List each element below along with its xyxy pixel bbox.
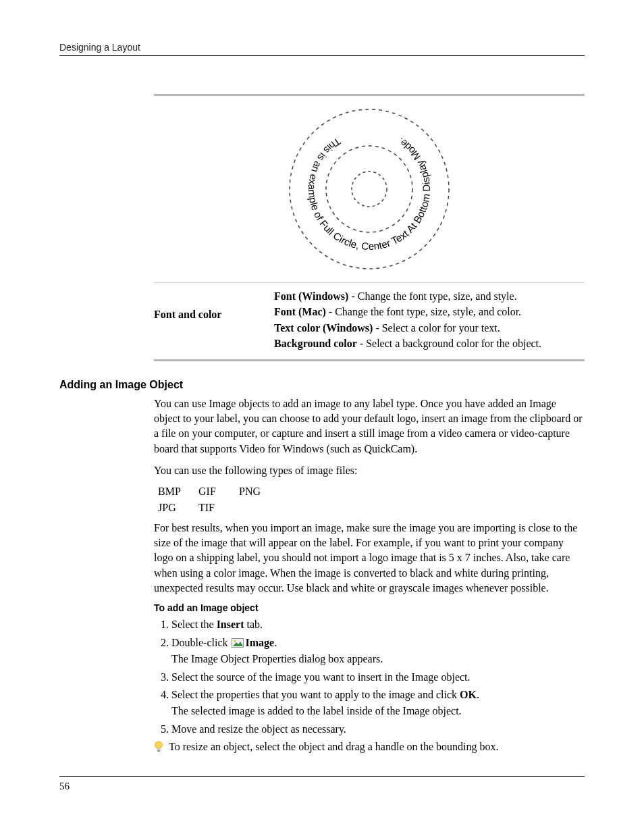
file-types-table: BMP GIF PNG JPG TIF bbox=[158, 486, 585, 514]
step-4-prefix: Select the properties that you want to a… bbox=[171, 689, 460, 700]
step-1-suffix: tab. bbox=[244, 619, 263, 630]
svg-rect-6 bbox=[157, 749, 161, 750]
intro-paragraph-1: You can use Image objects to add an imag… bbox=[154, 396, 585, 457]
font-windows-term: Font (Windows) bbox=[274, 290, 348, 302]
steps-list: Select the Insert tab. Double-click Imag… bbox=[154, 617, 585, 737]
step-4-suffix: . bbox=[477, 689, 479, 700]
background-color-item: Background color - Select a background c… bbox=[274, 336, 585, 351]
font-mac-term: Font (Mac) bbox=[274, 306, 326, 317]
font-windows-item: Font (Windows) - Change the font type, s… bbox=[274, 289, 585, 304]
step-1-bold: Insert bbox=[217, 619, 244, 630]
text-color-windows-desc: - Select a color for your text. bbox=[373, 322, 500, 334]
section-content: You can use Image objects to add an imag… bbox=[154, 396, 585, 754]
tip-row: To resize an object, select the object a… bbox=[154, 741, 585, 753]
font-windows-desc: - Change the font type, size, and style. bbox=[348, 290, 516, 302]
circular-text: This is an example of Full Circle, Cente… bbox=[306, 136, 432, 252]
background-color-desc: - Select a background color for the obje… bbox=[357, 338, 541, 349]
svg-point-5 bbox=[234, 640, 236, 643]
step-2: Double-click Image. The Image Object Pro… bbox=[171, 635, 585, 667]
file-type-tif: TIF bbox=[198, 502, 239, 514]
font-and-color-label: Font and color bbox=[154, 288, 262, 353]
file-type-jpg: JPG bbox=[158, 502, 198, 514]
svg-text:This is an example of Full Cir: This is an example of Full Circle, Cente… bbox=[306, 136, 432, 252]
step-4-bold: OK bbox=[460, 689, 477, 700]
step-2-suffix: . bbox=[274, 637, 277, 648]
page-number-value: 56 bbox=[59, 781, 70, 791]
text-color-windows-term: Text color (Windows) bbox=[274, 322, 373, 334]
step-1-prefix: Select the bbox=[171, 619, 217, 630]
svg-point-2 bbox=[352, 172, 387, 207]
step-4: Select the properties that you want to a… bbox=[171, 687, 585, 719]
file-type-bmp: BMP bbox=[158, 486, 198, 498]
tip-text: To resize an object, select the object a… bbox=[169, 741, 499, 753]
file-type-gif: GIF bbox=[198, 486, 239, 498]
intro-paragraph-2: You can use the following types of image… bbox=[154, 463, 585, 478]
step-3: Select the source of the image you want … bbox=[171, 670, 585, 685]
file-type-png: PNG bbox=[239, 486, 279, 498]
font-and-color-content: Font (Windows) - Change the font type, s… bbox=[274, 288, 585, 353]
circular-text-figure: This is an example of Full Circle, Cente… bbox=[154, 94, 585, 283]
step-2-bold: Image bbox=[246, 637, 275, 648]
background-color-term: Background color bbox=[274, 338, 357, 349]
font-mac-desc: - Change the font type, size, style, and… bbox=[326, 306, 521, 317]
best-results-paragraph: For best results, when you import an ima… bbox=[154, 521, 585, 596]
page-header: Designing a Layout bbox=[59, 42, 585, 56]
header-title: Designing a Layout bbox=[59, 42, 140, 53]
font-and-color-row: Font and color Font (Windows) - Change t… bbox=[154, 283, 585, 361]
step-1: Select the Insert tab. bbox=[171, 617, 585, 632]
step-4-sub: The selected image is added to the label… bbox=[171, 704, 585, 719]
page-number: 56 bbox=[59, 776, 585, 792]
lightbulb-icon bbox=[154, 741, 163, 753]
content-block: This is an example of Full Circle, Cente… bbox=[154, 94, 585, 361]
step-5: Move and resize the object as necessary. bbox=[171, 722, 585, 737]
svg-point-1 bbox=[326, 146, 412, 232]
steps-subheading: To add an Image object bbox=[154, 602, 585, 613]
document-page: Designing a Layout This is an example of… bbox=[0, 0, 644, 834]
circular-text-svg: This is an example of Full Circle, Cente… bbox=[281, 101, 457, 277]
font-mac-item: Font (Mac) - Change the font type, size,… bbox=[274, 305, 585, 319]
svg-rect-7 bbox=[157, 750, 160, 752]
text-color-windows-item: Text color (Windows) - Select a color fo… bbox=[274, 321, 585, 336]
step-2-prefix: Double-click bbox=[171, 637, 231, 648]
step-2-sub: The Image Object Properties dialog box a… bbox=[171, 652, 585, 667]
section-heading: Adding an Image Object bbox=[59, 379, 585, 391]
image-icon bbox=[232, 637, 244, 646]
